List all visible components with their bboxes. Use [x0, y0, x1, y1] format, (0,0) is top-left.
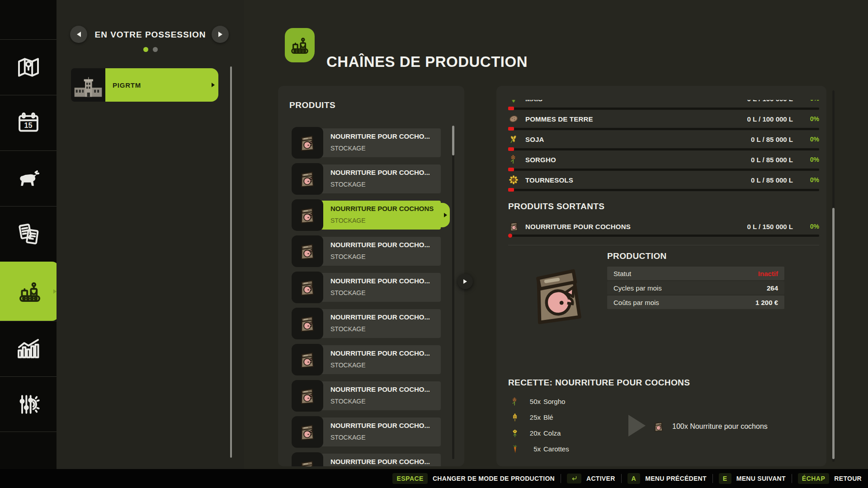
- keybind-label: ACTIVER: [586, 475, 615, 482]
- input-row[interactable]: POMMES DE TERRE0 L / 100 000 L0%: [508, 113, 819, 133]
- product-label: NOURRITURE POUR COCHO...: [330, 422, 438, 429]
- key-a: A: [627, 473, 641, 484]
- sidebar-item-calendar[interactable]: 15: [0, 95, 57, 150]
- recipe-heading: RECETTE: NOURRITURE POUR COCHONS: [508, 378, 690, 388]
- ingredient-name: Sorgho: [543, 398, 565, 405]
- keybind-label: MENU PRÉCÉDENT: [645, 475, 707, 482]
- item-arrow-icon: [444, 213, 447, 217]
- keybind-label: CHANGER DE MODE DE PRODUCTION: [433, 475, 555, 482]
- stat-value: 1 200 €: [755, 299, 778, 306]
- pig-feed-bag-icon: [292, 452, 323, 466]
- sorghum-icon: [508, 154, 519, 165]
- production-stats-table: StatutInactif Cycles par mois264 Coûts p…: [607, 267, 784, 310]
- calendar-icon: [16, 110, 41, 136]
- ingredient-qty: 5x: [524, 445, 541, 453]
- recipe-output-label: 100x Nourriture pour cochons: [672, 422, 768, 431]
- ingredient-name: Blé: [543, 413, 553, 421]
- outputs-heading: PRODUITS SORTANTS: [508, 202, 604, 211]
- wheat-icon: [510, 413, 520, 422]
- fill-bar-indicator: [508, 147, 514, 151]
- keybind-separator: [792, 474, 792, 483]
- fill-bar: [508, 235, 819, 237]
- contracts-icon: [16, 221, 41, 247]
- input-fill-level: 0 L / 85 000 L: [751, 136, 793, 143]
- keybind-change-production-mode[interactable]: ESPACE CHANGER DE MODE DE PRODUCTION: [392, 473, 555, 484]
- keybind-next-menu[interactable]: E MENU SUIVANT: [719, 473, 786, 484]
- input-row[interactable]: MAÏS0 L / 100 000 L0%: [508, 100, 819, 113]
- input-row[interactable]: SOJA0 L / 85 000 L0%: [508, 133, 819, 153]
- product-list-item-selected[interactable]: NOURRITURE POUR COCHONSSTOCKAGE: [294, 201, 441, 230]
- dot-inactive[interactable]: [153, 47, 158, 52]
- input-fill-level: 0 L / 85 000 L: [751, 176, 793, 184]
- possession-item-pigrtm[interactable]: PIGRTM: [71, 68, 218, 102]
- panel-next-button[interactable]: [458, 274, 473, 289]
- product-list-item[interactable]: NOURRITURE POUR COCHO...STOCKAGE: [294, 309, 441, 338]
- product-label: NOURRITURE POUR COCHONS: [330, 205, 438, 212]
- statistics-icon: [16, 336, 41, 361]
- products-scrollbar-track[interactable]: [452, 126, 454, 459]
- chevron-right-icon: [463, 279, 467, 284]
- fill-bar: [508, 189, 819, 191]
- input-fill-level: 0 L / 100 000 L: [747, 115, 793, 123]
- sidebar-item-production[interactable]: [0, 262, 59, 321]
- potato-icon: [508, 113, 519, 124]
- sidebar-item-statistics[interactable]: [0, 321, 57, 376]
- sidebar-item-contracts[interactable]: [0, 206, 57, 262]
- product-list-item[interactable]: NOURRITURE POUR COCHO...STOCKAGE: [294, 381, 441, 410]
- ingredient-qty: 50x: [524, 398, 541, 405]
- page-icon: [285, 28, 315, 62]
- recipe-ingredient: 25xBlé: [510, 409, 569, 425]
- right-scrollbar-thumb[interactable]: [832, 208, 835, 459]
- product-label: NOURRITURE POUR COCHO...: [330, 385, 438, 393]
- input-row[interactable]: SORGHO0 L / 85 000 L0%: [508, 153, 819, 174]
- keybind-previous-menu[interactable]: A MENU PRÉCÉDENT: [627, 473, 707, 484]
- input-row[interactable]: TOURNESOLS0 L / 85 000 L0%: [508, 174, 819, 194]
- product-sublabel: STOCKAGE: [330, 325, 438, 333]
- stat-row-cycles: Cycles par mois264: [607, 281, 784, 295]
- sidebar-item-settings[interactable]: [0, 376, 57, 432]
- output-percent: 0%: [793, 223, 819, 230]
- product-sublabel: STOCKAGE: [330, 434, 438, 441]
- sidebar-item-map[interactable]: [0, 39, 57, 95]
- pig-feed-bag-icon: [292, 272, 323, 303]
- product-list-item[interactable]: NOURRITURE POUR COCHO...STOCKAGE: [294, 164, 441, 193]
- keybind-back[interactable]: ÉCHAP RETOUR: [798, 473, 862, 484]
- products-scrollbar-thumb[interactable]: [452, 126, 454, 155]
- product-list-item[interactable]: NOURRITURE POUR COCHO...STOCKAGE: [294, 128, 441, 157]
- input-name: MAÏS: [525, 100, 542, 103]
- products-heading: PRODUITS: [289, 100, 335, 110]
- fill-bar-indicator: [508, 127, 514, 131]
- product-list-item[interactable]: NOURRITURE POUR COCHO...STOCKAGE: [294, 345, 441, 374]
- product-list-item[interactable]: NOURRITURE POUR COCHO...STOCKAGE: [294, 454, 441, 466]
- possession-scrollbar[interactable]: [230, 66, 232, 458]
- ingredient-qty: 20x: [524, 429, 541, 437]
- stat-label: Coûts par mois: [613, 299, 659, 306]
- building-thumbnail: [71, 68, 105, 102]
- output-row[interactable]: NOURRITURE POUR COCHONS0 L / 150 000 L0%: [508, 220, 819, 233]
- stat-row-status: StatutInactif: [607, 267, 784, 280]
- status-badge: Inactif: [758, 270, 778, 277]
- input-name: TOURNESOLS: [525, 176, 573, 184]
- keybind-activate[interactable]: ACTIVER: [567, 474, 615, 483]
- fill-bar: [508, 169, 819, 171]
- recipe-ingredient: 5xCarottes: [510, 441, 569, 457]
- product-list-item[interactable]: NOURRITURE POUR COCHO...STOCKAGE: [294, 418, 441, 446]
- pig-feed-bag-icon: [292, 380, 323, 412]
- stat-label: Statut: [613, 270, 631, 277]
- keybind-label: RETOUR: [834, 475, 862, 482]
- possession-item-text: PIGRTM: [113, 81, 141, 89]
- ingredient-name: Carottes: [543, 445, 569, 453]
- keybind-bar: ESPACE CHANGER DE MODE DE PRODUCTION ACT…: [0, 469, 868, 488]
- pig-feed-bag-icon: [292, 344, 323, 375]
- pig-feed-bag-icon: [292, 235, 323, 267]
- product-list-item[interactable]: NOURRITURE POUR COCHO...STOCKAGE: [294, 273, 441, 302]
- recipe-ingredient: 50xSorgho: [510, 394, 569, 409]
- pig-feed-bag-icon: [292, 308, 323, 339]
- product-list-item[interactable]: NOURRITURE POUR COCHO...STOCKAGE: [294, 237, 441, 266]
- product-label: NOURRITURE POUR COCHO...: [330, 349, 438, 357]
- recipe-ingredient: 20xColza: [510, 425, 569, 441]
- sidebar-item-animals[interactable]: [0, 150, 57, 206]
- dot-active[interactable]: [143, 47, 148, 52]
- input-fill-level: 0 L / 100 000 L: [747, 100, 793, 103]
- sunflower-icon: [508, 174, 519, 185]
